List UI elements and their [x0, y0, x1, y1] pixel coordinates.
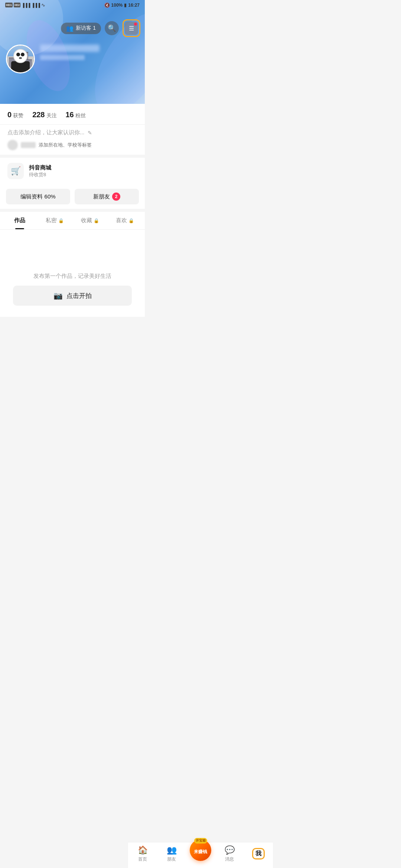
bio-text-content: 点击添加介绍，让大家认识你...: [7, 129, 85, 136]
tab-favorites-label: 收藏: [81, 217, 92, 224]
shop-icon-wrap: 🛒: [7, 163, 24, 179]
profile-info: [0, 37, 145, 79]
shop-info: 抖音商城 待收货8: [29, 164, 51, 178]
content-tabs: 作品 私密 🔒 收藏 🔒 喜欢 🔒: [0, 212, 145, 230]
menu-button-wrapper: ☰: [123, 19, 140, 37]
tab-likes-label: 喜欢: [116, 217, 127, 224]
stat-likes[interactable]: 0 获赞: [7, 111, 23, 119]
favorites-lock-icon: 🔒: [94, 218, 99, 223]
camera-icon: 📷: [53, 291, 63, 300]
stats-section: 0 获赞 228 关注 16 粉丝: [0, 104, 145, 125]
tab-likes[interactable]: 喜欢 🔒: [108, 212, 143, 229]
menu-button[interactable]: ☰: [125, 22, 138, 35]
camera-label: 点击开拍: [66, 292, 92, 300]
friends-badge: 2: [112, 193, 120, 201]
private-lock-icon: 🔒: [58, 218, 64, 223]
visitor-label: 新访客 1: [76, 25, 96, 32]
stat-following[interactable]: 228 关注: [32, 111, 56, 119]
following-count: 228: [32, 111, 45, 119]
cart-icon: 🛒: [11, 166, 21, 176]
shop-name: 抖音商城: [29, 164, 51, 171]
status-left: HD1 HD2 ▐▐▐ ▐▐▐ ∿: [5, 2, 45, 8]
shop-section[interactable]: 🛒 抖音商城 待收货8: [0, 158, 145, 184]
tag-blur: [21, 142, 36, 148]
profile-text: [40, 45, 139, 60]
user-id-blurred: [40, 55, 85, 60]
tab-private[interactable]: 私密 🔒: [38, 212, 73, 229]
edit-profile-button[interactable]: 编辑资料 60%: [6, 189, 70, 204]
tab-works-label: 作品: [14, 217, 25, 224]
shop-status: 待收货8: [29, 171, 51, 178]
friends-label: 新朋友: [93, 193, 110, 200]
username-blurred: [40, 45, 100, 52]
signal2-icon: ▐▐▐: [31, 3, 40, 7]
search-icon: 🔍: [108, 24, 116, 32]
tab-private-label: 私密: [46, 217, 57, 224]
stat-followers[interactable]: 16 粉丝: [66, 111, 86, 119]
content-empty: 发布第一个作品，记录美好生活 📷 点击开拍: [0, 230, 145, 317]
tags-row[interactable]: 添加所在地、学校等标签: [7, 140, 137, 150]
visitor-button[interactable]: 👥 新访客 1: [61, 23, 101, 34]
tag-avatar: [7, 140, 18, 150]
edit-icon: ✎: [88, 130, 92, 136]
menu-icon: ☰: [129, 25, 134, 32]
signal-icon: ▐▐▐: [22, 3, 30, 7]
followers-count: 16: [66, 111, 74, 119]
edit-label: 编辑资料 60%: [20, 193, 55, 200]
avatar-inner: [7, 46, 34, 72]
action-buttons: 编辑资料 60% 新朋友 2: [0, 184, 145, 209]
status-right: 🔇 100% ▮ 16:27: [104, 3, 140, 8]
tab-favorites[interactable]: 收藏 🔒: [72, 212, 108, 229]
status-bar: HD1 HD2 ▐▐▐ ▐▐▐ ∿ 🔇 100% ▮ 16:27: [0, 0, 145, 9]
camera-button[interactable]: 📷 点击开拍: [13, 286, 132, 306]
visitor-icon: 👥: [66, 25, 74, 32]
bio-section: 点击添加介绍，让大家认识你... ✎ 添加所在地、学校等标签: [0, 125, 145, 155]
battery-icon: ▮: [124, 3, 127, 8]
add-tag-text: 添加所在地、学校等标签: [39, 142, 92, 148]
followers-label: 粉丝: [75, 112, 86, 119]
new-friends-button[interactable]: 新朋友 2: [75, 189, 139, 204]
bio-placeholder[interactable]: 点击添加介绍，让大家认识你... ✎: [7, 129, 137, 136]
avatar[interactable]: [6, 45, 35, 73]
wifi-icon: ∿: [41, 2, 45, 8]
vibrate-icon: 🔇: [104, 3, 110, 8]
time-display: 16:27: [128, 3, 140, 8]
hd2-badge: HD2: [14, 3, 20, 7]
tab-works[interactable]: 作品: [2, 212, 38, 229]
likes-count: 0: [7, 111, 12, 119]
hd1-badge: HD1: [5, 3, 13, 7]
empty-text: 发布第一个作品，记录美好生活: [33, 273, 111, 280]
likes-lock-icon: 🔒: [128, 218, 134, 223]
menu-notification-dot: [134, 23, 137, 26]
profile-header: 👥 新访客 1 🔍 ☰: [0, 0, 145, 104]
battery-text: 100%: [111, 3, 123, 8]
search-button[interactable]: 🔍: [105, 21, 119, 35]
likes-label: 获赞: [13, 112, 23, 119]
following-label: 关注: [46, 112, 57, 119]
